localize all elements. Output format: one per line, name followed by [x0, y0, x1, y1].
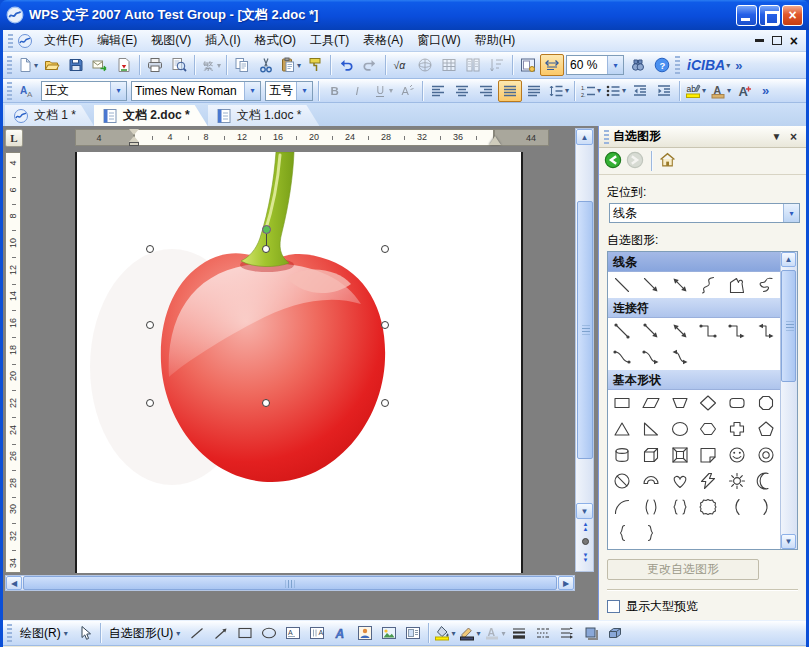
- draw-menu-button[interactable]: 绘图(R)▾: [15, 622, 73, 644]
- selection-handle[interactable]: [381, 321, 389, 329]
- menu-9[interactable]: 帮助(H): [468, 30, 523, 51]
- formula-button[interactable]: √α: [389, 54, 413, 76]
- undo-button[interactable]: [334, 54, 358, 76]
- list-scroll-up-button[interactable]: ▲: [781, 252, 796, 267]
- shape-folded-corner[interactable]: [694, 442, 723, 468]
- shape-double-arrow[interactable]: [665, 272, 694, 298]
- save-button[interactable]: [64, 54, 88, 76]
- doc-restore-button[interactable]: [772, 36, 782, 45]
- previous-page-button[interactable]: ▲▲: [577, 522, 594, 532]
- shape-seal[interactable]: [694, 494, 723, 520]
- line-spacing-button[interactable]: ▾: [546, 80, 571, 102]
- document-tab-3[interactable]: 文档 1.doc *: [208, 105, 320, 126]
- goto-combo-dropdown-icon[interactable]: ▾: [783, 204, 799, 222]
- document-tab-1[interactable]: 文档 1 *: [5, 105, 94, 126]
- goto-combo[interactable]: 线条 ▾: [609, 203, 800, 223]
- decrease-indent-button[interactable]: [628, 80, 652, 102]
- menu-6[interactable]: 工具(T): [303, 30, 356, 51]
- font-combo[interactable]: Times New Roman▾: [131, 81, 261, 101]
- home-button[interactable]: [659, 151, 676, 171]
- menu-2[interactable]: 编辑(E): [90, 30, 144, 51]
- shape-elbow-connector[interactable]: [694, 318, 723, 344]
- arrow-style-button[interactable]: [555, 622, 579, 644]
- paste-button[interactable]: ▾: [278, 54, 303, 76]
- align-center-button[interactable]: [450, 80, 474, 102]
- doc-close-button[interactable]: ×: [790, 36, 798, 46]
- shape-smiley[interactable]: [723, 442, 752, 468]
- increase-indent-button[interactable]: [652, 80, 676, 102]
- shape-sun[interactable]: [723, 468, 752, 494]
- doc-minimize-button[interactable]: [755, 39, 764, 42]
- maximize-button[interactable]: [759, 5, 780, 26]
- document-tab-2[interactable]: 文档 2.doc *: [94, 105, 208, 126]
- hyperlink-button[interactable]: [413, 54, 437, 76]
- size-combo[interactable]: 五号▾: [265, 81, 313, 101]
- toolbar-grip[interactable]: [7, 82, 12, 100]
- columns-button[interactable]: [461, 54, 485, 76]
- minimize-button[interactable]: [736, 5, 757, 26]
- menu-5[interactable]: 格式(O): [248, 30, 303, 51]
- traditional-convert-button[interactable]: 繁▾: [198, 54, 223, 76]
- iciba-logo[interactable]: iCIBA: [687, 57, 725, 73]
- shape-straight-double-arrow-connector[interactable]: [665, 318, 694, 344]
- export-pdf-button[interactable]: [112, 54, 136, 76]
- arrow-tool-button[interactable]: [209, 622, 233, 644]
- selection-handle[interactable]: [381, 399, 389, 407]
- document-canvas[interactable]: [22, 150, 575, 573]
- selection-handle[interactable]: [146, 245, 154, 253]
- menu-7[interactable]: 表格(A): [356, 30, 410, 51]
- shape-octagon[interactable]: [751, 390, 780, 416]
- char-accent-button[interactable]: A: [395, 80, 419, 102]
- shape-elbow-double-arrow-connector[interactable]: [751, 318, 780, 344]
- shape-freeform[interactable]: [723, 272, 752, 298]
- copy-button[interactable]: [230, 54, 254, 76]
- shape-double-brace[interactable]: [665, 494, 694, 520]
- italic-button[interactable]: I: [346, 80, 370, 102]
- size-combo-dropdown-icon[interactable]: ▾: [296, 82, 312, 100]
- list-scroll-thumb[interactable]: [781, 270, 796, 382]
- rotation-handle[interactable]: [262, 225, 271, 234]
- shape-moon[interactable]: [751, 468, 780, 494]
- shape-lightning[interactable]: [694, 468, 723, 494]
- forward-button[interactable]: [626, 151, 644, 172]
- align-distribute-button[interactable]: [522, 80, 546, 102]
- zoom-combo-dropdown-icon[interactable]: ▾: [607, 56, 623, 74]
- shape-scribble[interactable]: [751, 272, 780, 298]
- horizontal-scroll-thumb[interactable]: [23, 576, 557, 590]
- iciba-dropdown-icon[interactable]: ▾: [726, 61, 730, 70]
- shape-trapezoid[interactable]: [665, 390, 694, 416]
- panel-grip[interactable]: [604, 130, 609, 144]
- select-browse-object-button[interactable]: [577, 536, 594, 547]
- shape-rounded-rectangle[interactable]: [723, 390, 752, 416]
- vertical-text-box-button[interactable]: A: [305, 622, 329, 644]
- panel-dropdown-icon[interactable]: ▼: [768, 128, 785, 145]
- shape-no-symbol[interactable]: [608, 468, 637, 494]
- list-scroll-down-button[interactable]: ▼: [781, 534, 796, 549]
- shape-bevel[interactable]: [665, 442, 694, 468]
- scroll-left-button[interactable]: ◀: [6, 576, 22, 590]
- shape-section-2[interactable]: 连接符: [608, 298, 780, 318]
- close-button[interactable]: ×: [782, 5, 803, 26]
- shape-line[interactable]: [608, 272, 637, 298]
- shape-oval[interactable]: [665, 416, 694, 442]
- shape-right-triangle[interactable]: [637, 416, 666, 442]
- shape-curved-arrow-connector[interactable]: [637, 344, 666, 370]
- right-indent-marker[interactable]: [489, 136, 501, 145]
- shadow-style-button[interactable]: [579, 622, 603, 644]
- toolbar-grip[interactable]: [7, 56, 12, 74]
- horizontal-scrollbar[interactable]: ◀ ▶: [5, 575, 575, 591]
- scroll-up-button[interactable]: ▲: [576, 129, 593, 145]
- change-autoshape-button[interactable]: 更改自选图形: [607, 559, 759, 580]
- dash-style-button[interactable]: [531, 622, 555, 644]
- shape-section-3[interactable]: 基本形状: [608, 370, 780, 390]
- toolbar-grip[interactable]: [675, 56, 680, 74]
- shape-curved-double-arrow-connector[interactable]: [665, 344, 694, 370]
- align-justify-button[interactable]: [498, 80, 522, 102]
- three-d-style-button[interactable]: [603, 622, 627, 644]
- shape-left-bracket[interactable]: [723, 494, 752, 520]
- cut-button[interactable]: [254, 54, 278, 76]
- selection-handle[interactable]: [262, 399, 270, 407]
- grow-font-button[interactable]: A: [733, 80, 757, 102]
- shape-elbow-arrow-connector[interactable]: [723, 318, 752, 344]
- vertical-scrollbar[interactable]: ▲ ▼ ▲▲ ▼▼: [575, 128, 594, 572]
